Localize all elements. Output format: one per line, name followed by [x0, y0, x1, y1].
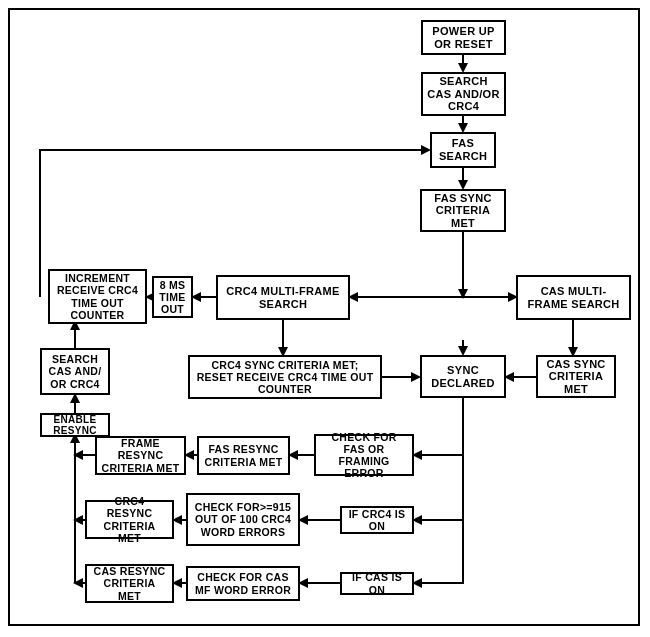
- node-cas-sync-met: CAS SYNC CRITERIA MET: [536, 355, 616, 398]
- node-crc4-resync-met: CRC4 RESYNC CRITERIA MET: [85, 500, 174, 539]
- node-frame-resync-met: FRAME RESYNC CRITERIA MET: [95, 436, 186, 475]
- label: CHECK FOR CAS MF WORD ERROR: [192, 571, 294, 595]
- node-check-crc4-errors: CHECK FOR>=915 OUT OF 100 CRC4 WORD ERRO…: [186, 493, 300, 546]
- label: SYNC DECLARED: [426, 364, 500, 389]
- label: SEARCH CAS AND/ OR CRC4: [46, 353, 104, 389]
- label: FAS RESYNC CRITERIA MET: [203, 443, 284, 467]
- label: POWER UP OR RESET: [427, 25, 500, 50]
- node-if-crc4-on: IF CRC4 IS ON: [340, 506, 414, 534]
- node-search-cas-crc4: SEARCH CAS AND/OR CRC4: [421, 72, 506, 116]
- node-power-up: POWER UP OR RESET: [421, 20, 506, 55]
- node-search-cas-crc4-2: SEARCH CAS AND/ OR CRC4: [40, 348, 110, 395]
- node-check-fas-error: CHECK FOR FAS OR FRAMING ERROR: [314, 434, 414, 476]
- node-crc4-sync-met: CRC4 SYNC CRITERIA MET; RESET RECEIVE CR…: [188, 355, 382, 399]
- node-cas-multiframe-search: CAS MULTI-FRAME SEARCH: [516, 275, 631, 320]
- label: CAS SYNC CRITERIA MET: [542, 358, 610, 396]
- diagram-canvas: POWER UP OR RESET SEARCH CAS AND/OR CRC4…: [0, 0, 650, 637]
- label: FRAME RESYNC CRITERIA MET: [101, 437, 180, 473]
- label: CHECK FOR>=915 OUT OF 100 CRC4 WORD ERRO…: [192, 501, 294, 537]
- label: CAS MULTI-FRAME SEARCH: [522, 285, 625, 310]
- node-sync-declared: SYNC DECLARED: [420, 355, 506, 398]
- node-cas-resync-met: CAS RESYNC CRITERIA MET: [85, 564, 174, 603]
- label: SEARCH CAS AND/OR CRC4: [427, 75, 500, 113]
- label: CAS RESYNC CRITERIA MET: [91, 565, 168, 601]
- label: CRC4 RESYNC CRITERIA MET: [91, 495, 168, 543]
- node-if-cas-on: IF CAS IS ON: [340, 572, 414, 595]
- node-8ms-timeout: 8 MS TIME OUT: [152, 276, 193, 318]
- node-increment-crc4-counter: INCREMENT RECEIVE CRC4 TIME OUT COUNTER: [48, 269, 147, 324]
- label: FAS SYNC CRITERIA MET: [426, 192, 500, 230]
- label: CHECK FOR FAS OR FRAMING ERROR: [320, 431, 408, 479]
- label: FAS SEARCH: [436, 137, 490, 162]
- label: CRC4 MULTI-FRAME SEARCH: [222, 285, 344, 310]
- label: 8 MS TIME OUT: [158, 279, 187, 315]
- node-enable-resync: ENABLE RESYNC: [40, 413, 110, 437]
- label: ENABLE RESYNC: [46, 414, 104, 437]
- node-fas-sync-met: FAS SYNC CRITERIA MET: [420, 189, 506, 232]
- node-fas-resync-met: FAS RESYNC CRITERIA MET: [197, 436, 290, 475]
- label: IF CAS IS ON: [346, 571, 408, 595]
- node-crc4-multiframe-search: CRC4 MULTI-FRAME SEARCH: [216, 275, 350, 320]
- label: CRC4 SYNC CRITERIA MET; RESET RECEIVE CR…: [194, 359, 376, 395]
- node-check-cas-mf-error: CHECK FOR CAS MF WORD ERROR: [186, 566, 300, 601]
- label: INCREMENT RECEIVE CRC4 TIME OUT COUNTER: [54, 272, 141, 320]
- label: IF CRC4 IS ON: [346, 508, 408, 532]
- node-fas-search: FAS SEARCH: [430, 132, 496, 168]
